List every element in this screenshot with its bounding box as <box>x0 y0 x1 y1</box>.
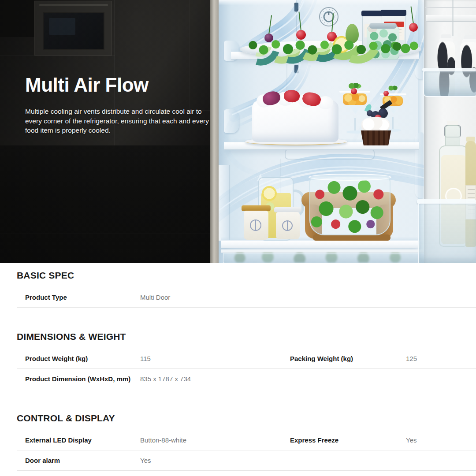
door-bin <box>418 203 476 263</box>
fridge-cabinet-edge <box>210 0 219 263</box>
yogurt-jar <box>274 206 302 241</box>
salad-bowl-group <box>301 173 397 242</box>
spec-sections: BASIC SPECProduct TypeMulti DoorDIMENSIO… <box>0 263 476 476</box>
yogurt-jar <box>242 204 271 241</box>
bowl-rim <box>309 174 391 181</box>
fruit-platter <box>236 18 426 75</box>
spec-row: Product TypeMulti Door <box>17 287 476 308</box>
spec-value: Multi Door <box>140 294 290 301</box>
spec-value: 115 <box>140 355 290 362</box>
fridge-interior <box>219 0 476 263</box>
spec-label: Product Weight (kg) <box>17 355 140 362</box>
spec-section-heading: DIMENSIONS & WEIGHT <box>17 331 476 343</box>
greens-garnish <box>347 83 361 89</box>
cherry <box>409 23 418 32</box>
feature-hero: Multi Air Flow Multiple cooling air vent… <box>0 0 476 263</box>
spec-section: DIMENSIONS & WEIGHTProduct Weight (kg)11… <box>17 331 476 389</box>
cherry <box>296 30 306 40</box>
greens-garnish <box>247 39 399 55</box>
crisper-glass <box>223 253 426 263</box>
spec-section: CONTROL & DISPLAYExternal LED DisplayBut… <box>17 412 476 471</box>
spec-value: Yes <box>140 457 290 464</box>
door-molding <box>426 15 476 22</box>
spec-row: Door alarmYes <box>17 450 476 471</box>
dessert-group <box>338 84 413 148</box>
door-bin <box>423 71 476 97</box>
spec-section: BASIC SPECProduct TypeMulti Door <box>17 269 476 308</box>
greens-garnish <box>387 86 398 91</box>
spec-row: Product Weight (kg)115Packing Weight (kg… <box>17 349 476 369</box>
spec-value: Button-88-white <box>140 436 290 444</box>
feature-title: Multi Air Flow <box>25 74 210 96</box>
spec-label: External LED Display <box>17 436 140 444</box>
lemon-slice <box>262 186 277 201</box>
feature-description: Multiple cooling air vents distribute an… <box>25 107 210 135</box>
strawberry-cake <box>243 88 349 148</box>
feature-text-block: Multi Air Flow Multiple cooling air vent… <box>25 74 210 135</box>
spec-row: Product Dimension (WxHxD, mm)835 x 1787 … <box>17 369 476 389</box>
wooden-stand-base <box>313 234 390 241</box>
jar-emblem <box>250 219 261 231</box>
spec-value: 125 <box>406 355 476 362</box>
sauce-jar-lid <box>381 10 406 16</box>
spec-section-heading: BASIC SPEC <box>17 269 476 282</box>
tart-base <box>359 130 393 145</box>
product-page: Multi Air Flow Multiple cooling air vent… <box>0 0 476 476</box>
spec-label: Packing Weight (kg) <box>290 355 406 362</box>
spec-label: Product Dimension (WxHxD, mm) <box>17 375 140 383</box>
strawberry <box>383 91 389 96</box>
spec-label: Door alarm <box>17 457 140 464</box>
spec-row: External LED DisplayButton-88-whiteExpre… <box>17 430 476 450</box>
crisper-drawer <box>221 249 428 263</box>
greens-garnish <box>391 41 420 54</box>
spec-value: 835 x 1787 x 734 <box>140 375 290 383</box>
spec-section-heading: CONTROL & DISPLAY <box>17 412 476 424</box>
spec-value: Yes <box>406 436 476 444</box>
spec-label: Express Freeze <box>290 436 406 444</box>
spec-label: Product Type <box>17 294 140 301</box>
salad-contents <box>310 177 390 234</box>
jar-emblem <box>282 220 293 231</box>
cupcake <box>355 101 408 145</box>
salad-bowl <box>309 176 390 235</box>
cherry <box>351 88 357 94</box>
